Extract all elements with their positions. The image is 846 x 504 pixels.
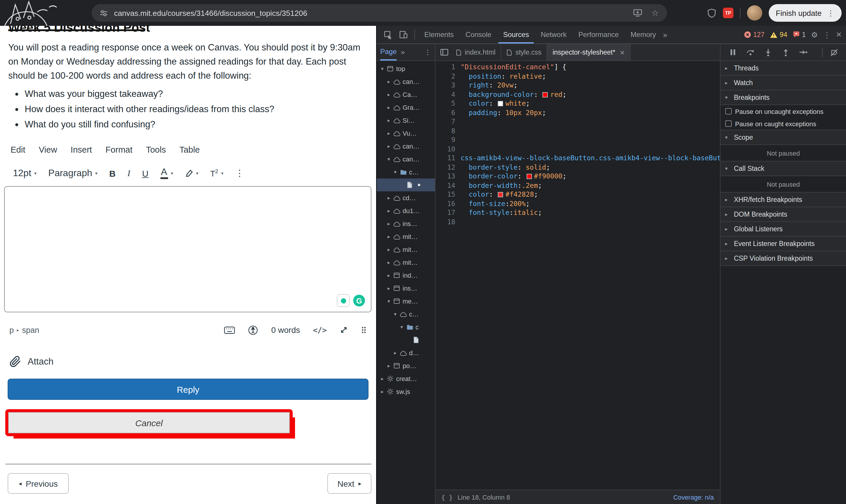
tree-item[interactable]: ▾c… [377, 165, 435, 178]
text-color-button[interactable]: A ▾ [157, 165, 177, 181]
csp-breakpoints-section[interactable]: ▸CSP Violation Breakpoints [720, 251, 846, 266]
code-line[interactable]: 18 [435, 217, 720, 227]
code-line[interactable]: 1"DiscussionEdit-cancel"] { [435, 63, 720, 72]
more-tools-icon[interactable]: ⋮ [231, 166, 248, 180]
step-over-icon[interactable] [744, 46, 757, 59]
line-number[interactable]: 18 [435, 217, 461, 227]
code-line[interactable]: 3 right: 20vw; [435, 81, 720, 90]
step-out-icon[interactable] [779, 46, 792, 59]
threads-section[interactable]: ▸Threads [720, 61, 846, 76]
italic-button[interactable]: I [124, 166, 134, 180]
tab-console[interactable]: Console [461, 26, 496, 43]
expand-arrow-icon[interactable]: ▸ [385, 105, 392, 110]
expand-arrow-icon[interactable]: ▾ [398, 324, 405, 330]
devtools-menu-icon[interactable]: ⋮ [823, 31, 831, 38]
inspect-element-icon[interactable] [381, 28, 394, 41]
expand-arrow-icon[interactable]: ▸ [385, 118, 392, 123]
block-format-select[interactable]: Paragraph▾ [45, 166, 101, 180]
pause-uncaught-row[interactable]: Pause on uncaught exceptions [720, 105, 846, 118]
tab-network[interactable]: Network [536, 26, 571, 43]
tree-item[interactable]: ▸Vu… [377, 127, 435, 140]
code-line[interactable]: 5 color: white; [435, 99, 720, 108]
expand-arrow-icon[interactable]: ▸ [385, 259, 392, 265]
code-line-content[interactable]: color: #f42828; [461, 190, 538, 199]
code-line[interactable]: 4 background-color: red; [435, 90, 720, 99]
send-to-device-icon[interactable] [633, 9, 643, 17]
line-number[interactable]: 8 [435, 127, 461, 136]
profile-avatar[interactable] [747, 5, 762, 21]
code-line-content[interactable]: border-color: #f90000; [461, 172, 566, 181]
line-number[interactable]: 14 [435, 181, 461, 190]
tree-item[interactable]: ▾can… [377, 152, 435, 165]
menu-format[interactable]: Format [105, 145, 133, 155]
menu-edit[interactable]: Edit [11, 145, 25, 155]
tab-sources[interactable]: Sources [498, 26, 534, 43]
finish-update-button[interactable]: Finish update ⋮ [769, 4, 842, 22]
tree-item[interactable]: ▾top [377, 62, 435, 75]
expand-arrow-icon[interactable]: ▸ [385, 247, 392, 252]
code-line-content[interactable]: padding: 10px 20px; [461, 108, 546, 118]
expand-arrow-icon[interactable]: ▸ [385, 79, 392, 85]
tree-item[interactable]: ▸creat… [377, 372, 435, 385]
code-line-content[interactable]: font-size:200%; [461, 199, 530, 209]
color-swatch[interactable] [498, 101, 503, 106]
step-icon[interactable] [797, 46, 810, 59]
line-number[interactable]: 4 [435, 90, 461, 99]
line-number[interactable]: 7 [435, 118, 461, 127]
line-number[interactable]: 1 [435, 63, 461, 72]
tree-item[interactable]: ▸ind… [377, 269, 435, 282]
line-number[interactable]: 17 [435, 209, 461, 217]
pause-caught-checkbox[interactable] [725, 120, 731, 127]
tree-item[interactable]: ▸ins… [377, 217, 435, 230]
code-line-content[interactable] [461, 136, 465, 145]
settings-gear-icon[interactable]: ⚙ [811, 31, 818, 38]
code-line[interactable]: 11css-amikb4-view--block-baseButton.css-… [435, 154, 720, 163]
code-line-content[interactable]: background-color: red; [461, 90, 566, 99]
reply-button[interactable]: Reply [7, 379, 368, 400]
step-into-icon[interactable] [761, 46, 774, 59]
tree-item[interactable]: ▸can… [377, 140, 435, 152]
pretty-print-icon[interactable]: { } [441, 493, 453, 501]
expand-arrow-icon[interactable]: ▸ [379, 376, 385, 382]
expand-arrow-icon[interactable]: ▸ [392, 350, 398, 356]
browser-menu-icon[interactable]: ⋮ [827, 8, 834, 17]
tab-performance[interactable]: Performance [574, 26, 623, 43]
breakpoints-section[interactable]: ▾Breakpoints [720, 90, 846, 105]
tree-item[interactable]: ▾c… [377, 308, 435, 321]
code-line-content[interactable]: color: white; [461, 99, 530, 108]
code-line[interactable]: 9 [435, 136, 720, 145]
tree-item[interactable]: ▸can… [377, 75, 435, 88]
device-toolbar-icon[interactable] [397, 28, 410, 41]
menu-insert[interactable]: Insert [70, 145, 92, 155]
navigator-tab-page[interactable]: Page [380, 44, 397, 60]
superscript-button[interactable]: T2 ▾ [207, 166, 227, 180]
pause-script-icon[interactable] [726, 46, 739, 59]
code-line-content[interactable] [461, 127, 465, 136]
tree-item[interactable]: ▸mit… [377, 243, 435, 256]
code-line-content[interactable]: position: relative; [461, 72, 546, 81]
expand-arrow-icon[interactable]: ▸ [385, 195, 392, 201]
watch-section[interactable]: ▸Watch [720, 76, 846, 90]
expand-arrow-icon[interactable]: ▸ [385, 285, 392, 291]
code-line[interactable]: 15 color: #f42828; [435, 190, 720, 199]
keyboard-shortcuts-icon[interactable] [224, 326, 235, 334]
navigator-menu-icon[interactable]: ⋮ [424, 48, 431, 56]
expand-arrow-icon[interactable]: ▸ [385, 143, 392, 149]
code-line[interactable]: 16 font-size:200%; [435, 199, 720, 209]
file-tab-index-html[interactable]: index.html [450, 44, 501, 60]
previous-button[interactable]: ◂ Previous [7, 473, 69, 494]
code-line[interactable]: 12 border-style: solid; [435, 163, 720, 172]
code-line-content[interactable] [461, 118, 465, 127]
tree-item[interactable]: ▸ins… [377, 282, 435, 295]
code-line[interactable]: 14 border-width:.2em; [435, 181, 720, 190]
bold-button[interactable]: B [106, 166, 119, 180]
file-tab-style-css[interactable]: style.css [501, 44, 547, 60]
code-editor[interactable]: 1"DiscussionEdit-cancel"] {2 position: r… [435, 61, 720, 490]
tree-item[interactable]: ▸Gra… [377, 101, 435, 114]
code-line[interactable]: 8 [435, 127, 720, 136]
fullscreen-icon[interactable] [340, 326, 348, 334]
tree-item[interactable] [377, 178, 435, 192]
global-listeners-section[interactable]: ▸Global Listeners [720, 222, 846, 237]
element-path-span[interactable]: span [22, 326, 39, 334]
close-devtools-icon[interactable]: × [836, 30, 842, 39]
